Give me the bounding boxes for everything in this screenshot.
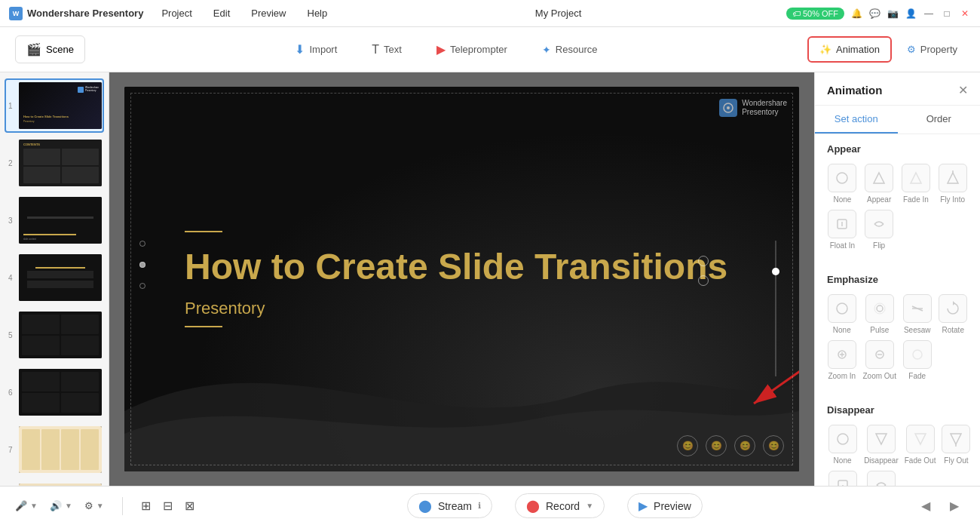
disappear-none[interactable]: None [827,425,858,465]
nav-dot-1[interactable]: 😊 [677,435,698,456]
slide-thumb-7 [19,426,102,473]
svg-point-13 [874,303,885,314]
disappear-flip[interactable]: Flip [864,471,899,486]
appear-title: Appear [827,143,968,155]
stream-info-icon: ℹ [478,501,481,511]
import-button[interactable]: ⬇ Import [289,38,343,61]
nav-dot-4[interactable]: 😊 [763,435,784,456]
slide-thumb-1: How to Create Slide Transitions Presento… [19,82,102,129]
teleprompter-button[interactable]: ▶ Teleprompter [430,38,513,61]
slide-item-2[interactable]: 2 CONTENTS [5,136,104,190]
project-title: My Project [535,8,581,19]
appear-appear[interactable]: Appear [864,164,895,204]
record-dropdown[interactable]: ▼ [586,502,593,510]
slide-item-1[interactable]: 1 How to Create Slide Transitions Presen… [5,78,104,133]
close-button[interactable]: ✕ [959,8,971,20]
preview-button[interactable]: ▶ Preview [627,493,703,518]
mic-button[interactable]: 🎤 ▼ [15,500,38,511]
nav-dot-3[interactable]: 😊 [734,435,755,456]
panel-close-button[interactable]: ✕ [958,83,968,97]
slide-item-8[interactable]: 8 [5,480,104,486]
disappear-disappear-icon [867,425,896,453]
emphasize-zoomout-icon [865,340,894,369]
canvas-wrapper[interactable]: Wondershare Presentory How to Create Sli… [109,72,814,486]
toolbar-right: ✨ Animation ⚙ Property [807,36,965,63]
maximize-button[interactable]: □ [941,8,953,20]
disappear-floatout[interactable]: Float Out [827,471,858,486]
svg-marker-5 [874,173,884,183]
import-icon: ⬇ [295,42,305,57]
svg-marker-14 [953,301,955,305]
emphasize-pulse-label: Pulse [870,326,889,334]
emphasize-pulse[interactable]: Pulse [863,294,896,334]
emphasize-none[interactable]: None [827,294,857,334]
vertical-slider[interactable] [775,241,776,376]
account-icon[interactable]: 👤 [905,8,917,20]
svg-marker-7 [948,173,958,183]
layout-btn-1[interactable]: ⊞ [141,499,151,513]
toolbar-left: 🎬 Scene [15,35,85,63]
layout-btn-2[interactable]: ⊟ [163,499,173,513]
disappear-title: Disappear [827,404,968,416]
menu-project[interactable]: Project [158,6,194,20]
slider-handle[interactable] [772,268,779,275]
appear-floatin[interactable]: Float In [827,210,858,250]
emphasize-rotate[interactable]: Rotate [938,294,968,334]
appear-flip-icon [865,210,893,238]
disappear-flyout-icon [942,425,970,453]
mic-dropdown[interactable]: ▼ [30,502,38,510]
discount-badge[interactable]: 🏷 50% OFF [786,8,844,20]
tab-order[interactable]: Order [898,106,981,134]
slide-item-7[interactable]: 7 [5,422,104,477]
text-icon: T [372,43,379,57]
animation-icon: ✨ [819,44,831,55]
emphasize-zoomin[interactable]: Zoom In [827,340,857,380]
appear-flip[interactable]: Flip [864,210,895,250]
disappear-none-icon [828,425,857,453]
nav-dot-2[interactable]: 😊 [706,435,727,456]
slide-num-7: 7 [8,446,16,454]
layout-btn-3[interactable]: ⊠ [185,499,194,513]
appear-fadein[interactable]: Fade In [901,164,932,204]
video-icon[interactable]: 📷 [887,8,899,20]
record-button[interactable]: ⬤ Record ▼ [515,493,605,518]
scene-button[interactable]: 🎬 Scene [15,35,85,63]
scene-label: Scene [46,44,74,55]
settings-button[interactable]: ⚙ ▼ [84,500,104,511]
minimize-button[interactable]: — [923,8,935,20]
panel-title: Animation [827,84,882,97]
animation-button[interactable]: ✨ Animation [807,36,892,63]
slide-item-3[interactable]: 3 slide content [5,193,104,247]
bottom-bar: 🎤 ▼ 🔊 ▼ ⚙ ▼ ⊞ ⊟ ⊠ ⬤ Stream ℹ ⬤ Record [0,486,980,525]
emphasize-zoomout[interactable]: Zoom Out [863,340,896,380]
nav-next-button[interactable]: ▶ [944,496,965,517]
slide-item-5[interactable]: 5 [5,308,104,362]
resource-button[interactable]: ✦ Resource [536,39,604,60]
emphasize-fade[interactable]: Fade [902,340,933,380]
stream-button[interactable]: ⬤ Stream ℹ [407,493,492,518]
stream-label: Stream [438,500,472,512]
appear-flyinto[interactable]: Fly Into [937,164,968,204]
speaker-dropdown[interactable]: ▼ [65,502,72,510]
disappear-disappear[interactable]: Disappear [864,425,899,465]
notification-icon[interactable]: 🔔 [850,8,862,20]
disappear-flyout[interactable]: Fly Out [942,425,970,465]
disappear-section: Disappear None Disappear Fade Out [815,395,980,486]
slide-item-4[interactable]: 4 [5,250,104,305]
menu-edit[interactable]: Edit [210,6,233,20]
tab-set-action[interactable]: Set action [815,106,898,134]
menu-help[interactable]: Help [305,6,331,20]
disappear-fadeout[interactable]: Fade Out [905,425,936,465]
speaker-button[interactable]: 🔊 ▼ [50,500,72,511]
text-button[interactable]: T Text [366,38,408,61]
emphasize-seesaw[interactable]: Seesaw [902,294,933,334]
settings-dropdown[interactable]: ▼ [96,502,104,510]
emphasize-fade-icon [903,340,932,369]
menu-preview[interactable]: Preview [248,6,289,20]
slide-num-6: 6 [8,388,16,397]
appear-none[interactable]: None [827,164,858,204]
nav-prev-button[interactable]: ◀ [915,496,936,517]
slide-item-6[interactable]: 6 [5,365,104,419]
chat-icon[interactable]: 💬 [868,8,880,20]
property-button[interactable]: ⚙ Property [899,38,965,61]
